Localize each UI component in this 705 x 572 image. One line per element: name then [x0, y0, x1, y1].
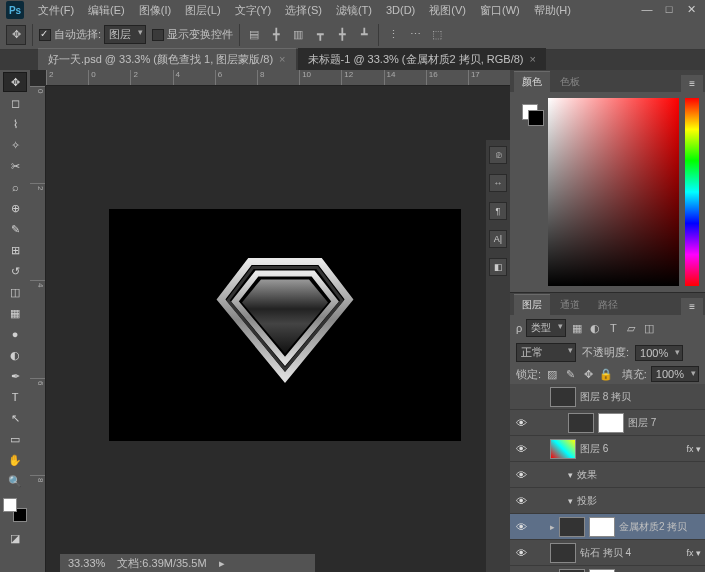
align-right-icon[interactable]: ▥ [290, 27, 306, 43]
layer-name[interactable]: 效果 [577, 468, 701, 482]
layer-row[interactable]: 👁▾投影 [510, 488, 705, 514]
blend-mode-dropdown[interactable]: 正常 [516, 343, 576, 362]
menu-edit[interactable]: 编辑(E) [82, 1, 131, 20]
paragraph-panel-icon[interactable]: ¶ [489, 202, 507, 220]
3d-mode-icon[interactable]: ⬚ [429, 27, 445, 43]
tab-channels[interactable]: 通道 [552, 295, 588, 315]
close-icon[interactable]: × [279, 53, 285, 65]
panel-menu-icon[interactable]: ≡ [681, 298, 703, 315]
crop-tool[interactable]: ✂ [3, 156, 27, 176]
history-panel-icon[interactable]: ⎚ [489, 146, 507, 164]
filter-shape-icon[interactable]: ▱ [624, 321, 638, 335]
auto-select-checkbox[interactable] [39, 29, 51, 41]
window-minimize-icon[interactable]: — [639, 2, 655, 16]
dodge-tool[interactable]: ◐ [3, 345, 27, 365]
layer-row[interactable]: 👁图层 7 [510, 410, 705, 436]
close-icon[interactable]: × [529, 53, 535, 65]
zoom-level[interactable]: 33.33% [68, 557, 105, 569]
fx-badge[interactable]: fx ▾ [686, 444, 701, 454]
move-tool-icon[interactable]: ✥ [6, 25, 26, 45]
lasso-tool[interactable]: ⌇ [3, 114, 27, 134]
brush-tool[interactable]: ✎ [3, 219, 27, 239]
stamp-tool[interactable]: ⊞ [3, 240, 27, 260]
move-tool[interactable]: ✥ [3, 72, 27, 92]
menu-filter[interactable]: 滤镜(T) [330, 1, 378, 20]
menu-select[interactable]: 选择(S) [279, 1, 328, 20]
filter-smart-icon[interactable]: ◫ [642, 321, 656, 335]
show-transform-checkbox[interactable] [152, 29, 164, 41]
fill-input[interactable]: 100% [651, 366, 699, 382]
type-tool[interactable]: T [3, 387, 27, 407]
shape-tool[interactable]: ▭ [3, 429, 27, 449]
align-left-icon[interactable]: ▤ [246, 27, 262, 43]
window-close-icon[interactable]: ✕ [683, 2, 699, 16]
menu-type[interactable]: 文字(Y) [229, 1, 278, 20]
properties-panel-icon[interactable]: ↔ [489, 174, 507, 192]
layer-name[interactable]: 金属材质2 拷贝 [619, 520, 701, 534]
auto-select-dropdown[interactable]: 图层 [104, 25, 146, 44]
layer-name[interactable]: 图层 7 [628, 416, 701, 430]
canvas[interactable]: 2024681012141617 02468 33.33% [30, 70, 510, 572]
menu-file[interactable]: 文件(F) [32, 1, 80, 20]
layer-row[interactable]: 图层 8 拷贝 [510, 384, 705, 410]
document-tab-1[interactable]: 好一天.psd @ 33.3% (颜色查找 1, 图层蒙版/8)× [38, 48, 296, 70]
visibility-icon[interactable]: 👁 [514, 443, 528, 455]
panel-menu-icon[interactable]: ≡ [681, 75, 703, 92]
path-tool[interactable]: ↖ [3, 408, 27, 428]
tab-paths[interactable]: 路径 [590, 295, 626, 315]
lock-all-icon[interactable]: 🔒 [599, 367, 613, 381]
marquee-tool[interactable]: ◻ [3, 93, 27, 113]
align-center-h-icon[interactable]: ╋ [268, 27, 284, 43]
filter-pixel-icon[interactable]: ▦ [570, 321, 584, 335]
menu-image[interactable]: 图像(I) [133, 1, 177, 20]
layer-row[interactable]: 👁图层 6fx ▾ [510, 436, 705, 462]
visibility-icon[interactable]: 👁 [514, 521, 528, 533]
gradient-tool[interactable]: ▦ [3, 303, 27, 323]
layer-name[interactable]: 图层 8 拷贝 [580, 390, 701, 404]
layer-name[interactable]: 钻石 拷贝 4 [580, 546, 682, 560]
visibility-icon[interactable]: 👁 [514, 417, 528, 429]
color-swatches[interactable] [3, 498, 27, 522]
hue-slider[interactable] [685, 98, 699, 286]
lock-pixels-icon[interactable]: ✎ [563, 367, 577, 381]
tab-swatches[interactable]: 色板 [552, 72, 588, 92]
tab-color[interactable]: 颜色 [514, 71, 550, 92]
layer-row[interactable]: 👁▸金属材质2 拷贝 [510, 514, 705, 540]
document-tab-2[interactable]: 未标题-1 @ 33.3% (金属材质2 拷贝, RGB/8)× [298, 48, 546, 70]
visibility-icon[interactable]: 👁 [514, 547, 528, 559]
color-field[interactable] [548, 98, 679, 286]
menu-view[interactable]: 视图(V) [423, 1, 472, 20]
window-maximize-icon[interactable]: □ [661, 2, 677, 16]
distribute-h-icon[interactable]: ⋮ [385, 27, 401, 43]
eyedropper-tool[interactable]: ⌕ [3, 177, 27, 197]
menu-help[interactable]: 帮助(H) [528, 1, 577, 20]
history-brush-tool[interactable]: ↺ [3, 261, 27, 281]
zoom-tool[interactable]: 🔍 [3, 471, 27, 491]
fg-bg-swatch[interactable] [522, 104, 544, 126]
fx-badge[interactable]: fx ▾ [686, 548, 701, 558]
blur-tool[interactable]: ● [3, 324, 27, 344]
navigator-panel-icon[interactable]: ◧ [489, 258, 507, 276]
align-top-icon[interactable]: ┳ [312, 27, 328, 43]
align-center-v-icon[interactable]: ╋ [334, 27, 350, 43]
opacity-input[interactable]: 100% [635, 345, 683, 361]
layer-name[interactable]: 图层 6 [580, 442, 682, 456]
character-panel-icon[interactable]: A| [489, 230, 507, 248]
menu-layer[interactable]: 图层(L) [179, 1, 226, 20]
hand-tool[interactable]: ✋ [3, 450, 27, 470]
layer-row[interactable]: 👁▸金属材质 2 [510, 566, 705, 572]
menu-window[interactable]: 窗口(W) [474, 1, 526, 20]
eraser-tool[interactable]: ◫ [3, 282, 27, 302]
layer-row[interactable]: 👁钻石 拷贝 4fx ▾ [510, 540, 705, 566]
visibility-icon[interactable]: 👁 [514, 495, 528, 507]
healing-tool[interactable]: ⊕ [3, 198, 27, 218]
distribute-v-icon[interactable]: ⋯ [407, 27, 423, 43]
menu-3d[interactable]: 3D(D) [380, 2, 421, 18]
layer-name[interactable]: 投影 [577, 494, 701, 508]
filter-adjust-icon[interactable]: ◐ [588, 321, 602, 335]
pen-tool[interactable]: ✒ [3, 366, 27, 386]
quick-mask-icon[interactable]: ◪ [3, 528, 27, 548]
lock-position-icon[interactable]: ✥ [581, 367, 595, 381]
tab-layers[interactable]: 图层 [514, 294, 550, 315]
visibility-icon[interactable]: 👁 [514, 469, 528, 481]
